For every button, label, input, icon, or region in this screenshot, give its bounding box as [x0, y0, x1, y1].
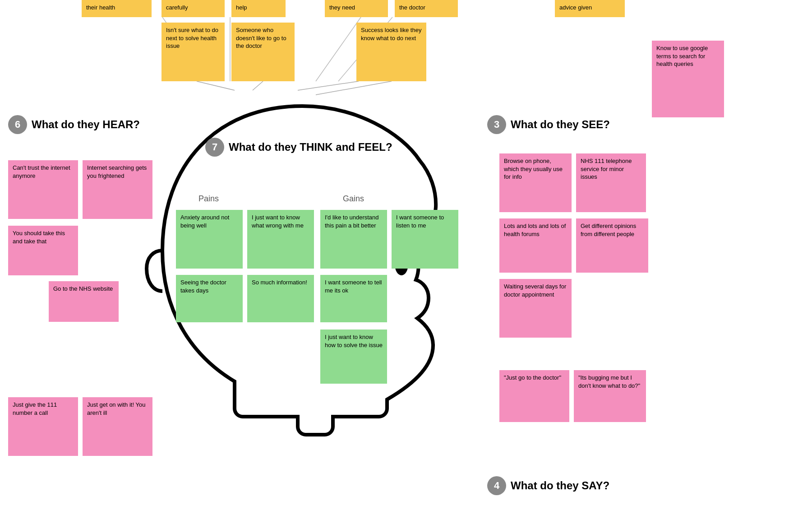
section-say-label: 4 What do they SAY?	[487, 476, 609, 495]
yellow-note-doctor: the doctor	[395, 0, 458, 17]
section-hear-label: 6 What do they HEAR?	[8, 115, 140, 134]
yellow-note-they-need: they need	[325, 0, 388, 17]
gains-label: Gains	[343, 194, 364, 204]
hear-note-internet-search: Internet searching gets you frightened	[83, 160, 152, 219]
yellow-note-carefully: carefully	[161, 0, 225, 17]
see-note-different-opinions: Get different opinions from different pe…	[576, 218, 648, 273]
hear-note-cant-trust: Can't trust the internet anymore	[8, 160, 78, 219]
yellow-note-isnt-sure: Isn't sure what to do next to solve heal…	[161, 23, 225, 81]
see-note-waiting-days: Waiting several days for doctor appointm…	[499, 279, 572, 338]
see-note-nhs-111: NHS 111 telephone service for minor issu…	[576, 153, 646, 212]
yellow-note-their-health: their health	[82, 0, 152, 17]
pain-anxiety: Anxiety around not being well	[176, 210, 243, 269]
yellow-note-help: help	[231, 0, 286, 17]
see-note-google-terms: Know to use google terms to search for h…	[652, 41, 724, 117]
section-think-label: 7 What do they THINK and FEEL?	[205, 138, 392, 157]
gain-listen-to-me: I want someone to listen to me	[392, 210, 458, 269]
section-hear-number: 6	[8, 115, 27, 134]
pain-want-to-know: I just want to know what wrong with me	[247, 210, 314, 269]
gain-solve-issue: I just want to know how to solve the iss…	[320, 330, 387, 384]
see-note-just-go-doctor: "Just go to the doctor"	[499, 370, 569, 422]
hear-note-111-call: Just give the 111 number a call	[8, 397, 78, 456]
hear-note-get-on-with-it: Just get on with it! You aren't ill	[83, 397, 152, 456]
hear-note-take-this: You should take this and take that	[8, 226, 78, 275]
see-note-browse-phone: Browse on phone, which they usually use …	[499, 153, 572, 212]
see-note-bugging-me: "Its bugging me but I don't know what to…	[574, 370, 646, 422]
section-say-number: 4	[487, 476, 506, 495]
section-see-number: 3	[487, 115, 506, 134]
gain-understand-pain: I'd like to understand this pain a bit b…	[320, 210, 387, 269]
svg-line-7	[316, 17, 361, 81]
hear-note-nhs-website: Go to the NHS website	[49, 281, 119, 322]
yellow-note-success: Success looks like they know what to do …	[356, 23, 426, 81]
section-think-number: 7	[205, 138, 224, 157]
see-note-health-forums: Lots and lots and lots of health forums	[499, 218, 572, 273]
pains-label: Pains	[198, 194, 219, 204]
yellow-note-doesnt-like: Someone who doesn't like to go to the do…	[231, 23, 295, 81]
pain-so-much-info: So much information!	[247, 275, 314, 322]
gain-tell-me-ok: I want someone to tell me its ok	[320, 275, 387, 322]
yellow-note-advice: advice given	[555, 0, 625, 17]
pain-doctor-days: Seeing the doctor takes days	[176, 275, 243, 322]
section-see-label: 3 What do they SEE?	[487, 115, 610, 134]
